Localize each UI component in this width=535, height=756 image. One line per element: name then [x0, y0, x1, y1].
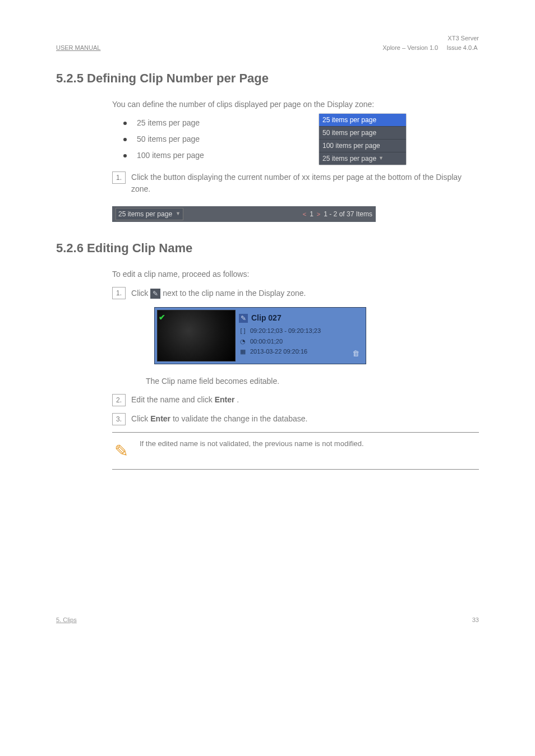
dropdown-item-50[interactable]: 50 items per page	[319, 127, 406, 140]
bullet-25: 25 items per page	[123, 117, 479, 129]
dropdown-item-25[interactable]: 25 items per page	[319, 114, 406, 127]
step-526-3-pre: Click	[131, 414, 150, 423]
step-526-2-content: Edit the name and click Enter .	[131, 394, 479, 406]
header-version: Xplore – Version 1.0 Issue 4.0.A	[382, 43, 479, 53]
section-525-title: 5.2.5 Defining Clip Number per Page	[56, 69, 479, 87]
clip-timecode-row: [ ] 09:20:12;03 - 09:20:13;23	[239, 326, 362, 336]
step-525-1: 1. Click the button displaying the curre…	[112, 171, 479, 195]
bullet-25-text: 25 items per page	[137, 117, 200, 129]
clip-date: 2013-03-22 09:20:16	[250, 347, 307, 356]
step-525-1-text: Click the button displaying the current …	[131, 171, 479, 195]
step-526-2-text: Edit the name and click	[131, 395, 215, 404]
clip-info: ✎ Clip 027 [ ] 09:20:12;03 - 09:20:13;23…	[238, 310, 363, 361]
delete-clip-button[interactable]: 🗑	[351, 349, 360, 358]
note-block: ✎ If the edited name is not validated, t…	[112, 432, 479, 470]
section-526-title: 5.2.6 Editing Clip Name	[56, 239, 479, 257]
clip-duration-row: ◔ 00:00:01;20	[239, 337, 362, 346]
step-number-box: 3.	[112, 413, 126, 425]
bullet-100-text: 100 items per page	[137, 150, 204, 161]
bullet-icon	[123, 154, 127, 157]
bullet-100: 100 items per page	[123, 150, 479, 161]
clip-duration: 00:00:01;20	[250, 337, 283, 346]
next-page-button[interactable]: >	[317, 210, 320, 219]
step-526-1-pre: Click	[131, 289, 150, 298]
current-page: 1	[310, 209, 313, 219]
dropdown-item-100[interactable]: 100 items per page	[319, 140, 406, 152]
section-525-intro: You can define the number of clips displ…	[112, 99, 479, 110]
step-526-3-post: to validate the change in the database.	[173, 414, 308, 423]
clip-card[interactable]: ✔ ✎ Clip 027 [ ] 09:20:12;03 - 09:20:13;…	[154, 307, 366, 364]
step-526-3-content: Click Enter to validate the change in th…	[131, 413, 479, 425]
enter-key-label: Enter	[150, 414, 170, 423]
dropdown-selected-label: 25 items per page	[322, 154, 376, 164]
step-number-box: 1.	[112, 287, 126, 299]
clock-icon: ◔	[239, 337, 247, 345]
bullets-with-dropdown: 25 items per page 50 items per page 100 …	[56, 117, 479, 161]
prev-page-button[interactable]: <	[303, 210, 306, 219]
step-526-1: 1. Click ✎ next to the clip name in the …	[112, 287, 479, 299]
step-526-1-mid: next to the clip name in the Display zon…	[163, 289, 306, 298]
step-526-2-after: .	[237, 395, 239, 404]
step-526-2: 2. Edit the name and click Enter .	[112, 394, 479, 406]
section-526-intro: To edit a clip name, proceed as follows:	[112, 268, 479, 280]
bullet-50-text: 50 items per page	[137, 133, 200, 145]
items-per-page-dropdown[interactable]: 25 items per page 50 items per page 100 …	[319, 114, 406, 165]
paginator-controls: < 1 > 1 - 2 of 37 Items	[303, 209, 372, 219]
clip-title-row: ✎ Clip 027	[239, 312, 362, 324]
brackets-icon: [ ]	[239, 327, 247, 335]
chevron-down-icon: ▼	[379, 155, 384, 163]
pencil-icon: ✎	[241, 313, 246, 323]
enter-key-label: Enter	[215, 395, 235, 404]
clip-title[interactable]: Clip 027	[251, 312, 282, 324]
edit-icon[interactable]: ✎	[150, 289, 160, 299]
page-header: USER MANUAL XT3 Server Xplore – Version …	[56, 34, 479, 52]
calendar-icon: ▦	[239, 347, 247, 355]
clip-edit-button[interactable]: ✎	[239, 314, 248, 323]
step-number-box: 2.	[112, 394, 126, 406]
step-526-3: 3. Click Enter to validate the change in…	[112, 413, 479, 425]
dropdown-footer[interactable]: 25 items per page ▼	[319, 152, 406, 165]
note-text: If the edited name is not validated, the…	[140, 438, 477, 449]
bullet-icon	[123, 138, 127, 141]
clip-thumbnail[interactable]: ✔	[157, 310, 236, 361]
trash-icon: 🗑	[352, 348, 359, 359]
header-left: USER MANUAL	[56, 43, 100, 53]
clip-date-row: ▦ 2013-03-22 09:20:16	[239, 347, 362, 356]
pencil-icon: ✎	[153, 289, 158, 299]
footer-section: 5. Clips	[56, 615, 77, 625]
checkmark-icon: ✔	[159, 312, 165, 323]
clip-name-editable-text: The Clip name field becomes editable.	[146, 375, 479, 387]
footer-page-number: 33	[472, 615, 479, 625]
page-footer: 5. Clips 33	[56, 615, 479, 625]
items-per-page-label: 25 items per page	[118, 209, 172, 219]
header-product: XT3 Server	[382, 34, 479, 43]
paginator-bar: 25 items per page ▼ < 1 > 1 - 2 of 37 It…	[112, 206, 376, 222]
chevron-down-icon: ▼	[176, 210, 181, 218]
clip-timecode: 09:20:12;03 - 09:20:13;23	[250, 326, 321, 336]
header-right: XT3 Server Xplore – Version 1.0 Issue 4.…	[382, 34, 479, 52]
bullet-icon	[123, 122, 127, 125]
page-range: 1 - 2 of 37 Items	[324, 209, 372, 219]
step-number-box: 1.	[112, 171, 126, 184]
items-per-page-selector[interactable]: 25 items per page ▼	[116, 208, 183, 220]
note-pencil-icon: ✎	[114, 438, 128, 463]
step-526-1-content: Click ✎ next to the clip name in the Dis…	[131, 287, 479, 299]
bullet-50: 50 items per page	[123, 133, 479, 145]
